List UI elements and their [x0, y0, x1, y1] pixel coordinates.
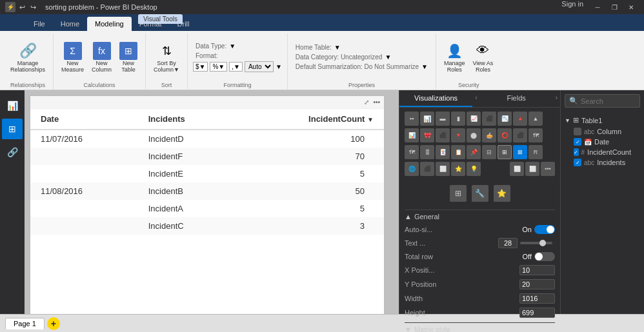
- viz-r-script[interactable]: R: [528, 145, 543, 159]
- text-size-input[interactable]: [498, 238, 518, 248]
- field-checkbox[interactable]: ✓: [574, 148, 579, 156]
- viz-scatter[interactable]: ⬤: [467, 128, 481, 142]
- general-section-header[interactable]: ▲ General: [405, 210, 555, 223]
- viz-stacked-col[interactable]: ▮: [451, 112, 465, 126]
- viz-extra3[interactable]: •••: [541, 162, 555, 176]
- viz-gauge[interactable]: 🎛: [420, 145, 434, 159]
- home-table-row[interactable]: Home Table: ▼: [293, 43, 430, 52]
- format-row[interactable]: Format:: [193, 52, 282, 60]
- page-tab-1[interactable]: Page 1: [5, 318, 45, 329]
- viz-100-bar[interactable]: ▬: [436, 112, 450, 126]
- viz-custom4[interactable]: ⭐: [451, 162, 465, 176]
- home-table-dropdown[interactable]: ▼: [334, 44, 341, 51]
- minimize-button[interactable]: ─: [590, 0, 605, 14]
- viz-treemap[interactable]: ⬛: [513, 128, 527, 142]
- viz-clustered-col[interactable]: 📈: [467, 112, 481, 126]
- report-icon[interactable]: 📊: [2, 95, 23, 116]
- viz-clustered-bar[interactable]: 📊: [420, 112, 434, 126]
- model-icon[interactable]: 🔗: [2, 142, 23, 162]
- auto-size-toggle[interactable]: [534, 225, 555, 234]
- col-incident-count[interactable]: IncidentCount ▼: [237, 109, 384, 130]
- manage-roles-button[interactable]: 👤 ManageRoles: [441, 41, 468, 74]
- comma-button[interactable]: ,▼: [229, 62, 243, 72]
- viz-custom2[interactable]: ⬛: [420, 162, 434, 176]
- viz-extra2[interactable]: ⬜: [525, 162, 539, 176]
- viz-stacked-area[interactable]: ▲: [528, 112, 543, 126]
- field-checkbox[interactable]: [574, 128, 581, 135]
- decimal-dropdown[interactable]: ▼: [276, 63, 282, 70]
- panel-expand-arrow[interactable]: ›: [472, 90, 479, 107]
- percent-button[interactable]: %▼: [210, 62, 227, 72]
- sort-by-column-button[interactable]: ⇅ Sort ByColumn▼: [151, 41, 182, 74]
- decimal-select[interactable]: Auto: [245, 61, 274, 72]
- close-button[interactable]: ✕: [623, 0, 639, 14]
- default-summarization-dropdown[interactable]: ▼: [421, 63, 428, 70]
- viz-table[interactable]: ⊞: [498, 145, 512, 159]
- viz-format-icon[interactable]: 🔧: [472, 185, 488, 202]
- viz-custom3[interactable]: ⬜: [436, 162, 450, 176]
- search-input[interactable]: [581, 97, 636, 105]
- visualizations-tab[interactable]: Visualizations: [399, 90, 472, 107]
- restore-button[interactable]: ❐: [607, 0, 622, 14]
- more-options-icon[interactable]: •••: [373, 99, 380, 106]
- viz-multirow-card[interactable]: 📋: [451, 145, 465, 159]
- field-table-header[interactable]: ▼ ⊞ Table1: [563, 114, 641, 126]
- viz-area[interactable]: 🔺: [513, 112, 527, 126]
- expand-icon[interactable]: ⤢: [364, 99, 369, 106]
- viz-fields-icon[interactable]: ⊞: [450, 185, 467, 202]
- matrix-style-header[interactable]: ▼ Matrix style: [405, 322, 555, 332]
- data-category-dropdown[interactable]: ▼: [385, 54, 391, 61]
- tab-file[interactable]: File: [26, 17, 53, 31]
- viz-filled-map[interactable]: 🗺: [405, 145, 419, 159]
- viz-slicer[interactable]: ⊟: [482, 145, 496, 159]
- viz-extra1[interactable]: ⬜: [510, 162, 524, 176]
- new-table-button[interactable]: ⊞ NewTable: [117, 41, 140, 74]
- viz-analytics-icon[interactable]: ⭐: [494, 185, 510, 202]
- view-as-roles-button[interactable]: 👁 View AsRoles: [470, 41, 496, 74]
- viz-donut[interactable]: ⭕: [498, 128, 512, 142]
- tab-home[interactable]: Home: [53, 17, 87, 31]
- viz-custom5[interactable]: 💡: [467, 162, 481, 176]
- new-column-button[interactable]: fx NewColumn: [89, 41, 114, 74]
- currency-button[interactable]: $▼: [193, 62, 208, 72]
- field-item[interactable]: ✓ # IncidentCount: [563, 147, 641, 157]
- y-position-input[interactable]: [519, 279, 555, 289]
- viz-line[interactable]: 📉: [498, 112, 512, 126]
- viz-stacked-bar[interactable]: ▪▪: [405, 112, 419, 126]
- data-category-row[interactable]: Data Category: Uncategorized ▼: [293, 53, 430, 61]
- viz-funnel[interactable]: 🔻: [451, 128, 465, 142]
- viz-matrix[interactable]: ⊠: [513, 145, 527, 159]
- sign-in-button[interactable]: Sign in: [561, 0, 583, 14]
- x-position-input[interactable]: [519, 265, 555, 275]
- viz-custom1[interactable]: 🌐: [405, 162, 419, 176]
- field-checkbox[interactable]: ✓: [574, 159, 581, 166]
- default-summarization-row[interactable]: Default Summarization: Do Not Summarize …: [293, 63, 430, 71]
- height-input[interactable]: [519, 308, 555, 318]
- fields-expand-arrow[interactable]: ›: [553, 90, 560, 107]
- field-item[interactable]: ✓ abc Incidents: [563, 157, 641, 168]
- field-item[interactable]: ✓ 📅 Date: [563, 137, 641, 147]
- text-size-slider[interactable]: [520, 242, 552, 244]
- visual-tools-tab[interactable]: Visual Tools: [138, 14, 183, 24]
- field-item[interactable]: abc Column: [563, 126, 641, 137]
- viz-100-col[interactable]: ⬛: [482, 112, 496, 126]
- redo-icon[interactable]: ↪: [30, 3, 36, 12]
- viz-map[interactable]: 🗺: [528, 128, 543, 142]
- new-measure-button[interactable]: Σ NewMeasure: [59, 41, 86, 74]
- viz-kpi[interactable]: 📌: [467, 145, 481, 159]
- total-row-toggle[interactable]: [534, 252, 555, 261]
- data-icon[interactable]: ⊞: [2, 119, 23, 139]
- data-type-dropdown[interactable]: ▼: [229, 43, 236, 50]
- viz-ribbon[interactable]: 🎀: [420, 128, 434, 142]
- undo-icon[interactable]: ↩: [19, 3, 25, 12]
- viz-waterfall[interactable]: ⬛: [436, 128, 450, 142]
- manage-relationships-button[interactable]: 🔗 ManageRelationships: [8, 41, 48, 74]
- add-page-button[interactable]: +: [47, 317, 60, 330]
- fields-tab[interactable]: Fields: [480, 90, 553, 107]
- tab-modeling[interactable]: Modeling: [87, 17, 132, 31]
- viz-card[interactable]: 🃏: [436, 145, 450, 159]
- viz-line-col[interactable]: 📊: [405, 128, 419, 142]
- viz-pie[interactable]: 🥧: [482, 128, 496, 142]
- width-input[interactable]: [519, 293, 555, 304]
- field-checkbox[interactable]: ✓: [574, 138, 581, 146]
